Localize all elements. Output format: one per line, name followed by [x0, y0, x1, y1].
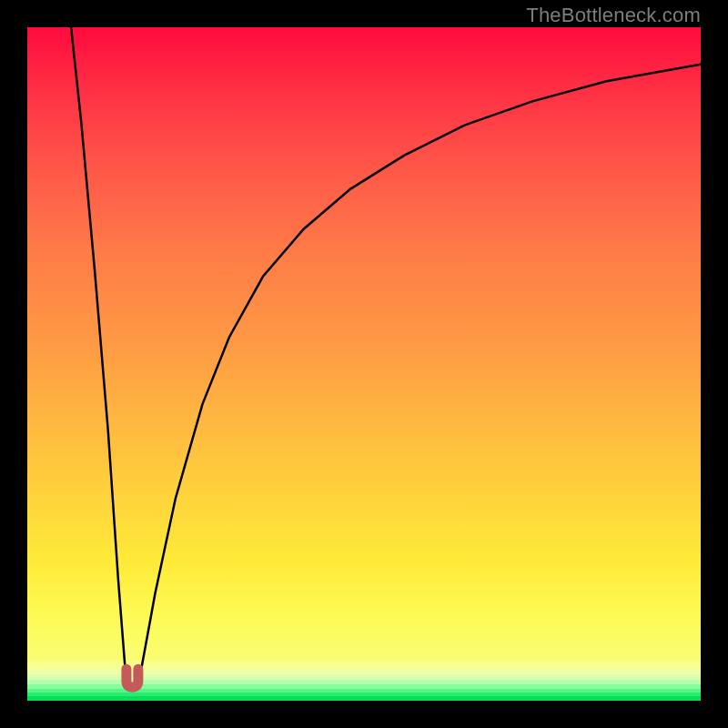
- chart-svg: [27, 27, 701, 701]
- plot-area: [27, 27, 701, 701]
- watermark-text: TheBottleneck.com: [526, 4, 701, 27]
- curve-right-branch: [140, 65, 701, 674]
- minimum-marker: [126, 669, 138, 687]
- curve-left-branch: [71, 27, 126, 673]
